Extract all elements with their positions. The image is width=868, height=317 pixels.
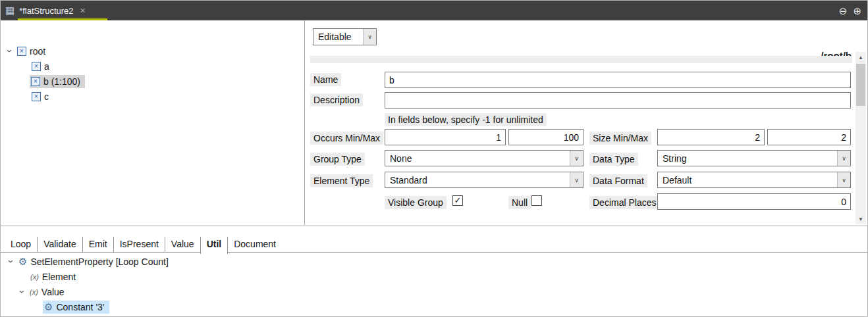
rule-item-element[interactable]: (x) Element <box>1 269 867 284</box>
element-icon: × <box>17 47 26 56</box>
null-checkbox[interactable] <box>531 195 542 206</box>
decimal-places-label: Decimal Places <box>589 196 659 209</box>
chevron-down-icon: ∨ <box>837 151 850 166</box>
group-type-dropdown[interactable]: None ∨ <box>385 150 583 166</box>
tab-util[interactable]: Util <box>200 237 229 254</box>
data-type-dropdown[interactable]: String ∨ <box>657 150 851 166</box>
tab-title: *flatStructure2 <box>19 6 73 16</box>
element-type-label: Element Type <box>310 174 373 187</box>
chevron-down-icon[interactable]: › <box>6 258 17 266</box>
rule-item-label: Value <box>41 287 65 297</box>
element-icon: × <box>31 77 40 86</box>
tree-item-label: b (1:100) <box>43 76 80 87</box>
group-type-label: Group Type <box>310 153 365 166</box>
scrollbar-thumb[interactable] <box>856 64 865 106</box>
occurs-min-input[interactable] <box>385 129 506 145</box>
element-icon: × <box>32 92 41 101</box>
tab-emit[interactable]: Emit <box>82 237 113 253</box>
decimal-places-input[interactable] <box>657 193 851 210</box>
tree-item-a[interactable]: × a <box>1 59 304 74</box>
rule-item-label: Constant '3' <box>56 302 104 312</box>
visible-group-checkbox[interactable]: ✓ <box>452 195 463 206</box>
data-type-value: String <box>658 151 837 166</box>
tree-item-label: a <box>44 61 49 72</box>
check-icon: ✓ <box>453 196 462 205</box>
description-input[interactable] <box>385 92 851 109</box>
structure-tree-panel: › × root × a × b (1:100) × c <box>1 20 305 225</box>
expression-icon: (x) <box>30 273 39 281</box>
size-minmax-label: Size Min/Max <box>589 132 651 145</box>
name-input[interactable] <box>385 72 851 88</box>
selected-row-highlight: × b (1:100) <box>30 75 85 88</box>
gear-icon: ⚙ <box>44 302 53 312</box>
occurs-minmax-label: Occurs Min/Max <box>310 132 383 145</box>
vertical-scrollbar[interactable]: ▲ ▼ <box>855 52 866 224</box>
occurs-max-input[interactable] <box>508 129 583 145</box>
element-icon: × <box>32 62 41 71</box>
mode-dropdown[interactable]: Editable ∨ <box>313 28 377 45</box>
tree-item-label: root <box>30 46 45 57</box>
mode-dropdown-value: Editable <box>313 29 363 45</box>
tab-document[interactable]: Document <box>228 237 282 253</box>
gear-icon: ⚙ <box>18 256 27 266</box>
circle-plus-icon[interactable]: ⊕ <box>853 6 861 16</box>
size-min-input[interactable] <box>657 129 765 145</box>
element-type-dropdown[interactable]: Standard ∨ <box>385 172 583 188</box>
rules-panel: Loop Validate Emit IsPresent Value Util … <box>1 226 867 317</box>
tab-loop[interactable]: Loop <box>5 237 37 253</box>
data-format-label: Data Format <box>589 174 647 187</box>
tab-bar: ▦ *flatStructure2 × ⊖ ⊕ <box>1 1 867 20</box>
tree-item-label: c <box>44 91 49 102</box>
visible-group-label: Visible Group <box>385 196 447 209</box>
rule-item-constant[interactable]: ⚙ Constant '3' <box>1 299 867 314</box>
tab-value[interactable]: Value <box>165 237 200 253</box>
element-type-value: Standard <box>385 172 570 187</box>
data-type-label: Data Type <box>589 153 638 166</box>
chevron-down-icon: ∨ <box>837 172 850 187</box>
data-format-dropdown[interactable]: Default ∨ <box>657 172 851 188</box>
tab-flatstructure2[interactable]: *flatStructure2 × <box>19 1 90 20</box>
chevron-down-icon: ∨ <box>363 29 376 45</box>
circle-minus-icon[interactable]: ⊖ <box>839 6 848 16</box>
tab-validate[interactable]: Validate <box>37 237 82 253</box>
unlimited-info-text: In fields below, specify -1 for unlimite… <box>385 113 547 126</box>
data-format-value: Default <box>658 172 837 187</box>
rule-item-label: SetElementProperty [Loop Count] <box>30 256 168 267</box>
rule-tab-bar: Loop Validate Emit IsPresent Value Util … <box>5 237 282 254</box>
chevron-down-icon: ∨ <box>570 151 583 166</box>
size-max-input[interactable] <box>767 129 851 145</box>
rule-item-label: Element <box>42 272 76 282</box>
description-label: Description <box>310 93 363 107</box>
name-label: Name <box>310 73 341 86</box>
null-label: Null <box>508 196 531 209</box>
chevron-down-icon[interactable]: › <box>17 288 28 296</box>
tree-item-c[interactable]: × c <box>1 89 304 104</box>
expression-icon: (x) <box>30 288 38 296</box>
rule-item-setelementproperty[interactable]: › ⚙ SetElementProperty [Loop Count] <box>1 254 867 269</box>
group-type-value: None <box>385 151 570 166</box>
chevron-down-icon: ∨ <box>570 172 583 187</box>
close-icon[interactable]: × <box>80 5 86 16</box>
tree-item-b[interactable]: × b (1:100) <box>1 74 304 89</box>
selected-row-highlight: ⚙ Constant '3' <box>43 301 109 314</box>
app-icon: ▦ <box>5 5 14 16</box>
tab-ispresent[interactable]: IsPresent <box>113 237 165 253</box>
tree-item-root[interactable]: › × root <box>1 43 304 59</box>
scroll-down-icon[interactable]: ▼ <box>855 214 866 224</box>
app-window: ▦ *flatStructure2 × ⊖ ⊕ › × root × a × b… <box>0 0 868 317</box>
rule-item-value[interactable]: › (x) Value <box>1 284 867 299</box>
chevron-down-icon[interactable]: › <box>5 47 16 55</box>
form-top-spacer <box>310 56 852 63</box>
scroll-up-icon[interactable]: ▲ <box>855 52 866 62</box>
titlebar-actions: ⊖ ⊕ <box>839 6 861 16</box>
